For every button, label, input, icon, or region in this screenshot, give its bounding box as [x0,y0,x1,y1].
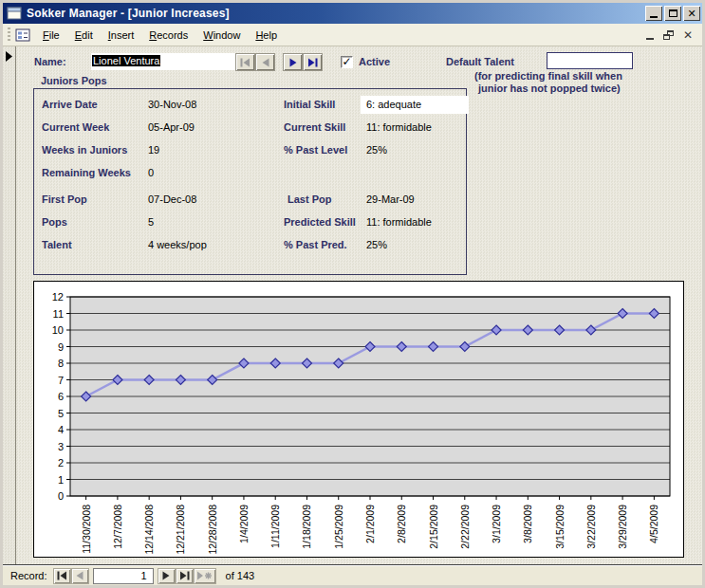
next-record-button[interactable] [283,53,303,71]
svg-text:12/21/2008: 12/21/2008 [175,505,186,555]
name-input[interactable]: Lionel Ventura [91,53,236,70]
maximize-button[interactable] [664,6,681,21]
svg-text:1/18/2009: 1/18/2009 [301,505,312,549]
group-title: Juniors Pops [41,75,107,86]
checkmark-icon: ✓ [342,56,351,67]
form-nav-buttons [235,53,323,71]
maximize-icon [669,9,677,17]
svg-text:2/8/2009: 2/8/2009 [396,505,407,543]
field-row: Current Week 05-Apr-09 Current Skill 11:… [34,121,466,137]
svg-text:2/15/2009: 2/15/2009 [428,505,439,549]
name-selected-text: Lionel Ventura [92,55,160,66]
form-detail: Name: Lionel Ventura ✓ Active Default Ta… [3,46,702,565]
last-record-icon [307,58,318,67]
field-row: Pops 5 Predicted Skill 11: formidable [34,216,466,231]
menu-records[interactable]: Records [141,27,195,44]
field-row: Remaining Weeks 0 [34,167,466,182]
mdi-close-button[interactable]: ✕ [683,29,693,41]
field-row: Arrive Date 30-Nov-08 Initial Skill 6: a… [34,99,466,114]
mdi-minimize-button[interactable] [646,30,654,40]
last-record-button[interactable] [303,53,323,71]
menu-bar: File Edit Insert Records Window Help ✕ [3,24,702,46]
menu-help[interactable]: Help [248,27,285,44]
svg-text:12/28/2008: 12/28/2008 [207,505,218,555]
svg-text:12: 12 [52,291,64,303]
next-record-icon [288,58,298,67]
svg-text:5: 5 [58,408,64,419]
record-number-input[interactable] [93,568,154,584]
svg-text:2/22/2009: 2/22/2009 [459,505,471,549]
mdi-minimize-icon [646,38,654,40]
svg-text:6: 6 [58,391,64,402]
svg-text:3/29/2009: 3/29/2009 [617,505,628,549]
toolbar-grip[interactable] [8,28,10,43]
svg-text:8: 8 [58,358,64,369]
app-icon [7,6,22,21]
menu-window[interactable]: Window [195,27,248,44]
svg-text:0: 0 [58,490,64,502]
svg-text:2/1/2009: 2/1/2009 [364,505,376,543]
minimize-icon [650,16,658,18]
close-icon: ✕ [687,9,696,19]
first-record-icon [240,58,250,67]
field-row: Talent 4 weeks/pop % Past Pred. 25% [34,239,466,254]
svg-text:9: 9 [58,341,64,353]
window-title: Sokker Manager - [Junior Increases] [27,7,643,20]
svg-text:12/7/2008: 12/7/2008 [112,505,123,549]
svg-text:11/30/2008: 11/30/2008 [81,505,92,554]
record-count-text: of 143 [226,570,255,581]
minimize-button[interactable] [645,6,662,21]
svg-text:2: 2 [58,457,64,469]
svg-text:12/14/2008: 12/14/2008 [143,505,155,555]
record-last-icon [179,571,190,580]
svg-text:3/22/2009: 3/22/2009 [585,505,597,549]
svg-text:11: 11 [53,308,64,320]
skill-progress-chart: 012345678910111211/30/200812/7/200812/14… [33,281,684,558]
record-first-button[interactable] [53,568,71,584]
first-record-button[interactable] [235,53,255,71]
close-button[interactable]: ✕ [683,6,700,21]
record-new-icon [196,571,213,580]
svg-text:1/11/2009: 1/11/2009 [269,505,281,548]
svg-text:3/1/2009: 3/1/2009 [491,505,502,543]
menu-edit[interactable]: Edit [67,27,101,44]
svg-text:4: 4 [58,424,64,435]
svg-text:1/4/2009: 1/4/2009 [238,505,250,543]
field-row: Weeks in Juniors 19 % Past Level 25% [34,144,466,159]
record-last-button[interactable] [176,568,194,584]
juniors-pops-group: Arrive Date 30-Nov-08 Initial Skill 6: a… [33,88,467,275]
mdi-restore-button[interactable] [663,30,674,40]
record-label: Record: [10,570,47,581]
app-window: Sokker Manager - [Junior Increases] ✕ Fi… [0,0,705,588]
svg-text:7: 7 [58,375,64,386]
active-checkbox[interactable]: ✓ [341,56,353,68]
record-first-icon [57,571,67,580]
form-view-icon [15,28,30,43]
svg-text:3: 3 [58,441,64,452]
default-talent-note-line1: (for predicting final skill when [474,70,622,82]
svg-text:4/5/2009: 4/5/2009 [648,505,659,543]
current-record-arrow-icon [5,51,13,62]
field-row: First Pop 07-Dec-08 Last Pop 29-Mar-09 [34,193,466,209]
record-new-button[interactable] [194,568,216,584]
previous-record-button[interactable] [255,53,275,71]
svg-text:10: 10 [52,324,64,336]
title-bar: Sokker Manager - [Junior Increases] ✕ [3,3,702,24]
svg-text:3/8/2009: 3/8/2009 [522,505,533,543]
record-selector-strip[interactable] [3,46,16,564]
menu-file[interactable]: File [35,27,67,44]
record-previous-icon [75,571,84,580]
record-previous-button[interactable] [71,568,89,584]
record-next-button[interactable] [158,568,176,584]
svg-text:3/15/2009: 3/15/2009 [554,505,566,549]
name-label: Name: [34,56,66,67]
previous-record-icon [261,58,270,67]
menu-insert[interactable]: Insert [101,27,142,44]
record-navigation-bar: Record: of 143 [3,565,702,585]
default-talent-label: Default Talent [446,56,514,67]
default-talent-note-line2: junior has not popped twice) [478,83,621,94]
record-next-icon [161,571,171,580]
mdi-window-controls: ✕ [646,29,698,41]
skill-chart-svg: 012345678910111211/30/200812/7/200812/14… [34,282,683,557]
default-talent-input[interactable] [547,52,633,69]
